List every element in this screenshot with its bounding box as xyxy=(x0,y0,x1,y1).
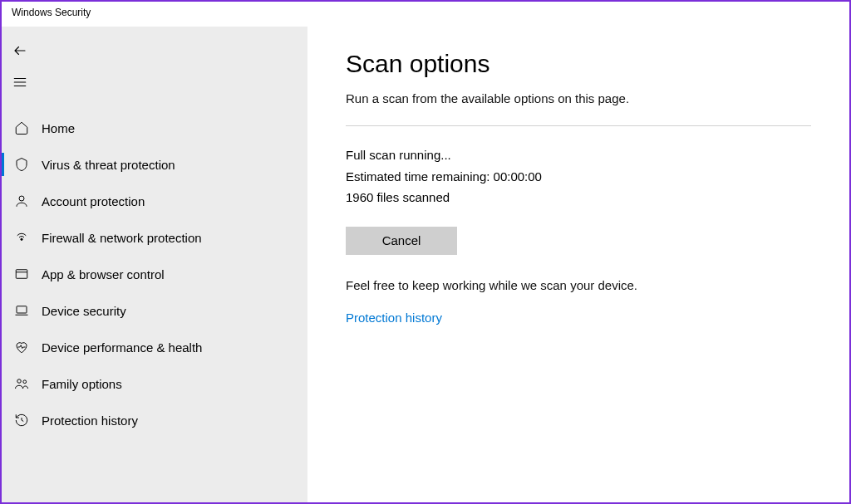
sidebar-item-firewall[interactable]: Firewall & network protection xyxy=(2,219,307,256)
sidebar-item-home[interactable]: Home xyxy=(2,110,307,146)
menu-button[interactable] xyxy=(2,68,38,100)
page-title: Scan options xyxy=(346,50,811,78)
status-line-files: 1960 files scanned xyxy=(346,187,811,208)
sidebar-item-account[interactable]: Account protection xyxy=(2,183,307,219)
svg-point-4 xyxy=(17,379,22,384)
divider xyxy=(346,125,811,126)
status-line-eta: Estimated time remaining: 00:00:00 xyxy=(346,166,811,188)
back-button[interactable] xyxy=(2,37,38,68)
sidebar-item-app-browser[interactable]: App & browser control xyxy=(2,256,307,292)
sidebar-item-label: App & browser control xyxy=(42,267,165,281)
sidebar-item-label: Firewall & network protection xyxy=(42,231,202,245)
sidebar-nav: Home Virus & threat protection Account p… xyxy=(2,110,307,438)
shield-icon xyxy=(13,156,30,173)
sidebar-item-virus-threat[interactable]: Virus & threat protection xyxy=(2,146,307,183)
svg-point-1 xyxy=(21,238,22,240)
svg-rect-2 xyxy=(16,270,27,279)
cancel-button[interactable]: Cancel xyxy=(346,227,457,255)
window-icon xyxy=(13,266,30,282)
sidebar-item-label: Device security xyxy=(42,304,126,318)
sidebar: Home Virus & threat protection Account p… xyxy=(2,27,307,502)
svg-point-5 xyxy=(23,380,27,384)
sidebar-item-label: Virus & threat protection xyxy=(42,158,175,172)
protection-history-link[interactable]: Protection history xyxy=(346,311,442,325)
hamburger-icon xyxy=(12,75,27,93)
svg-point-0 xyxy=(19,196,24,201)
scan-note: Feel free to keep working while we scan … xyxy=(346,278,811,292)
window-title: Windows Security xyxy=(2,2,849,27)
laptop-icon xyxy=(13,302,30,319)
arrow-left-icon xyxy=(12,43,27,61)
sidebar-item-label: Device performance & health xyxy=(42,340,202,355)
antenna-icon xyxy=(13,229,30,246)
sidebar-item-label: Account protection xyxy=(42,194,145,208)
sidebar-item-history[interactable]: Protection history xyxy=(2,402,307,438)
home-icon xyxy=(13,120,30,136)
page-subtitle: Run a scan from the available options on… xyxy=(346,91,811,105)
sidebar-item-label: Protection history xyxy=(42,413,138,428)
sidebar-item-device-security[interactable]: Device security xyxy=(2,292,307,329)
history-icon xyxy=(13,412,30,428)
scan-status: Full scan running... Estimated time rema… xyxy=(346,144,811,208)
svg-rect-3 xyxy=(17,306,27,313)
sidebar-item-family[interactable]: Family options xyxy=(2,365,307,402)
people-icon xyxy=(13,375,30,392)
sidebar-item-label: Home xyxy=(42,121,75,135)
status-line-running: Full scan running... xyxy=(346,144,811,166)
sidebar-item-performance[interactable]: Device performance & health xyxy=(2,329,307,365)
sidebar-item-label: Family options xyxy=(42,377,122,391)
heart-pulse-icon xyxy=(13,339,30,355)
main-content: Scan options Run a scan from the availab… xyxy=(307,27,849,502)
person-icon xyxy=(13,193,30,209)
